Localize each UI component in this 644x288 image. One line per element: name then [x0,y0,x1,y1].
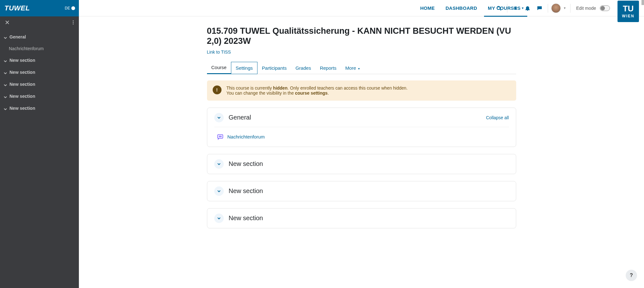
tab-grades[interactable]: Grades [291,62,315,74]
alert-text-bold: course settings [295,91,328,96]
section-title: New section [229,160,509,168]
svg-point-3 [73,22,74,23]
tab-participants[interactable]: Participants [257,62,291,74]
notifications-button[interactable] [523,3,533,13]
help-button[interactable]: ? [626,270,637,281]
sidebar-item-section[interactable]: New section [0,78,79,90]
tab-course[interactable]: Course [207,62,231,74]
divider [507,4,507,13]
svg-point-2 [73,21,74,21]
nav-dashboard[interactable]: DASHBOARD [445,0,478,16]
section-new: New section [207,154,516,174]
alert-text-fragment: . Only enrolled teachers can access this… [287,85,408,91]
chevron-down-icon: ▾ [358,67,360,70]
course-tabs: Course Settings Participants Grades Repo… [207,62,516,74]
alert-text-bold: hidden [273,85,287,91]
warning-icon: ! [213,85,222,94]
section-title: New section [229,187,509,195]
hidden-course-alert: ! This course is currently hidden. Only … [207,80,516,101]
collapse-section-button[interactable] [214,159,224,169]
logo-tu-text: TU [623,4,634,13]
collapse-section-button[interactable] [214,214,224,223]
chevron-down-icon [4,35,7,38]
tab-more[interactable]: More ▾ [341,62,364,74]
page-title: 015.709 TUWEL Qualitätssicherung - KANN … [207,26,516,46]
logo-wien-text: WIEN [622,14,634,18]
user-avatar[interactable] [551,3,561,13]
sidebar-item-section[interactable]: New section [0,102,79,114]
tab-more-label: More [345,65,356,71]
chevron-down-icon [4,107,7,110]
divider [570,4,570,13]
sidebar-item-label: New section [9,82,35,87]
sidebar-item-label: New section [9,94,35,99]
sidebar-item-label: New section [9,70,35,75]
activity-forum[interactable]: Nachrichtenforum [214,132,509,142]
top-navigation: HOME DASHBOARD MY COURSES ▾ ★ [79,0,644,16]
language-code: DE [65,6,70,10]
collapse-all-link[interactable]: Collapse all [486,115,509,120]
alert-text-fragment: You can change the visibility in the [227,91,295,96]
tiss-link[interactable]: Link to TISS [207,50,231,55]
alert-text-fragment: . [328,91,329,96]
tuwel-logo[interactable]: TUWEL [4,4,30,12]
sidebar-brand-bar: TUWEL DE [0,0,79,16]
section-new: New section [207,208,516,228]
sidebar-item-section[interactable]: New section [0,66,79,78]
sidebar-subitem-forum[interactable]: Nachrichtenforum [0,43,79,54]
sidebar-nav: General Nachrichtenforum New section New… [0,30,79,115]
edit-mode-toggle[interactable] [600,5,610,11]
content: 015.709 TUWEL Qualitätssicherung - KANN … [194,16,529,288]
sidebar-item-section[interactable]: New section [0,54,79,66]
sidebar-item-label: General [9,34,26,39]
section-general: General Collapse all Nachrichtenforum [207,108,516,147]
tab-settings[interactable]: Settings [231,62,257,74]
scrollbar[interactable] [641,0,644,5]
forum-icon [217,133,224,140]
close-drawer-button[interactable] [3,19,11,27]
svg-point-5 [497,6,500,9]
alert-text: This course is currently hidden. Only en… [227,85,408,96]
sidebar-item-label: New section [9,106,35,111]
user-menu-chevron[interactable]: ▾ [563,6,567,10]
svg-rect-7 [217,134,223,138]
section-title: General [229,114,481,121]
language-switcher[interactable]: DE [65,6,75,10]
collapse-section-button[interactable] [214,186,224,196]
section-new: New section [207,181,516,201]
chevron-down-icon [4,95,7,98]
edit-mode-label: Edit mode [576,6,596,11]
sidebar-item-general[interactable]: General [0,31,79,43]
chevron-down-icon [4,59,7,62]
alert-text-fragment: This course is currently [227,85,273,91]
sidebar-kebab-menu[interactable] [71,19,76,27]
svg-point-4 [73,24,74,25]
chevron-down-icon [4,71,7,74]
tu-wien-logo[interactable]: TU WIEN [617,1,639,22]
search-button[interactable] [494,3,504,13]
chevron-down-icon [4,83,7,86]
sidebar-item-label: New section [9,58,35,63]
sidebar-item-section[interactable]: New section [0,90,79,102]
sidebar: TUWEL DE General Nachrichtenforum New se… [0,0,79,288]
divider [548,4,548,13]
activity-link[interactable]: Nachrichtenforum [227,134,265,139]
svg-line-6 [500,9,501,10]
messages-button[interactable] [535,3,545,13]
sidebar-controls [0,16,79,30]
tab-reports[interactable]: Reports [316,62,341,74]
language-dot-icon [71,6,75,10]
section-title: New section [229,215,509,222]
bookmarks-button[interactable]: ★ [511,3,521,13]
nav-home[interactable]: HOME [420,0,435,16]
collapse-section-button[interactable] [214,113,224,122]
